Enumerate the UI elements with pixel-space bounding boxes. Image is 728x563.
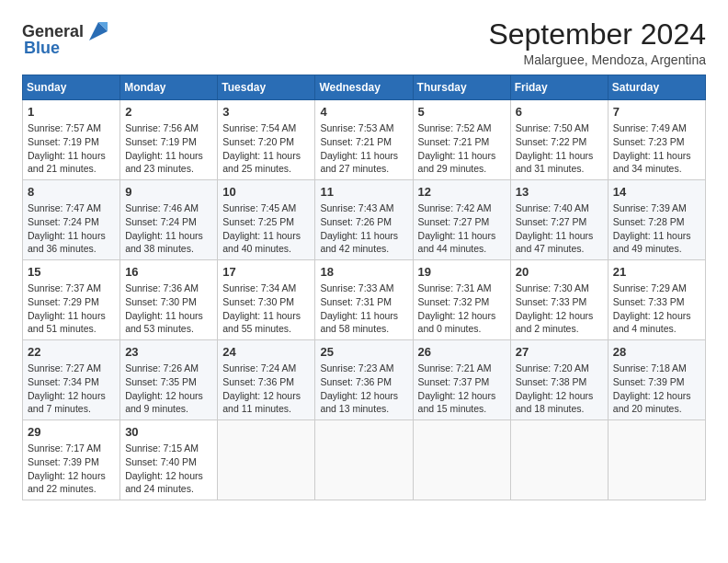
calendar-cell: 30Sunrise: 7:15 AMSunset: 7:40 PMDayligh… [120, 419, 218, 500]
calendar-cell: 29Sunrise: 7:17 AMSunset: 7:39 PMDayligh… [23, 419, 120, 500]
cell-content: Sunrise: 7:49 AMSunset: 7:23 PMDaylight:… [613, 121, 700, 176]
day-number: 9 [125, 184, 212, 201]
day-number: 11 [320, 184, 407, 201]
calendar-cell: 21Sunrise: 7:29 AMSunset: 7:33 PMDayligh… [608, 260, 705, 340]
day-number: 6 [516, 104, 603, 121]
cell-content: Sunrise: 7:26 AMSunset: 7:35 PMDaylight:… [125, 362, 212, 416]
calendar-week-4: 22Sunrise: 7:27 AMSunset: 7:34 PMDayligh… [23, 340, 706, 420]
calendar-table: SundayMondayTuesdayWednesdayThursdayFrid… [22, 75, 706, 500]
calendar-cell: 27Sunrise: 7:20 AMSunset: 7:38 PMDayligh… [510, 340, 608, 420]
day-number: 22 [28, 344, 115, 361]
cell-content: Sunrise: 7:27 AMSunset: 7:34 PMDaylight:… [28, 362, 115, 416]
calendar-cell: 24Sunrise: 7:24 AMSunset: 7:36 PMDayligh… [218, 340, 315, 420]
calendar-cell: 23Sunrise: 7:26 AMSunset: 7:35 PMDayligh… [120, 340, 218, 420]
cell-content: Sunrise: 7:18 AMSunset: 7:39 PMDaylight:… [613, 362, 700, 416]
month-year: September 2024 [488, 18, 706, 51]
cell-content: Sunrise: 7:47 AMSunset: 7:24 PMDaylight:… [28, 201, 115, 256]
cell-content: Sunrise: 7:31 AMSunset: 7:32 PMDaylight:… [418, 282, 506, 336]
weekday-header-tuesday: Tuesday [218, 75, 315, 100]
day-number: 3 [222, 104, 310, 121]
day-number: 30 [125, 424, 212, 441]
day-number: 7 [613, 104, 700, 121]
day-number: 12 [418, 184, 506, 201]
cell-content: Sunrise: 7:52 AMSunset: 7:21 PMDaylight:… [418, 121, 506, 176]
calendar-cell [413, 419, 510, 500]
cell-content: Sunrise: 7:54 AMSunset: 7:20 PMDaylight:… [222, 121, 310, 176]
calendar-cell: 8Sunrise: 7:47 AMSunset: 7:24 PMDaylight… [23, 180, 120, 260]
cell-content: Sunrise: 7:30 AMSunset: 7:33 PMDaylight:… [516, 282, 603, 336]
calendar-week-5: 29Sunrise: 7:17 AMSunset: 7:39 PMDayligh… [23, 419, 706, 500]
location: Malarguee, Mendoza, Argentina [488, 52, 706, 67]
calendar-cell [315, 419, 413, 500]
cell-content: Sunrise: 7:17 AMSunset: 7:39 PMDaylight:… [28, 442, 115, 496]
title-block: September 2024 Malarguee, Mendoza, Argen… [488, 18, 706, 67]
calendar-cell: 13Sunrise: 7:40 AMSunset: 7:27 PMDayligh… [510, 180, 608, 260]
day-number: 21 [613, 264, 700, 281]
day-number: 23 [125, 344, 212, 361]
calendar-cell [510, 419, 608, 500]
day-number: 4 [320, 104, 407, 121]
cell-content: Sunrise: 7:15 AMSunset: 7:40 PMDaylight:… [125, 442, 212, 496]
day-number: 28 [613, 344, 700, 361]
day-number: 29 [28, 424, 115, 441]
day-number: 24 [222, 344, 310, 361]
day-number: 25 [320, 344, 407, 361]
calendar-cell: 22Sunrise: 7:27 AMSunset: 7:34 PMDayligh… [23, 340, 120, 420]
cell-content: Sunrise: 7:23 AMSunset: 7:36 PMDaylight:… [320, 362, 407, 416]
day-number: 16 [125, 264, 212, 281]
calendar-cell: 19Sunrise: 7:31 AMSunset: 7:32 PMDayligh… [413, 260, 510, 340]
cell-content: Sunrise: 7:43 AMSunset: 7:26 PMDaylight:… [320, 201, 407, 256]
calendar-cell: 18Sunrise: 7:33 AMSunset: 7:31 PMDayligh… [315, 260, 413, 340]
day-number: 5 [418, 104, 506, 121]
calendar-header-row: SundayMondayTuesdayWednesdayThursdayFrid… [23, 75, 706, 100]
calendar-cell: 15Sunrise: 7:37 AMSunset: 7:29 PMDayligh… [23, 260, 120, 340]
calendar-cell: 3Sunrise: 7:54 AMSunset: 7:20 PMDaylight… [218, 100, 315, 180]
calendar-cell [218, 419, 315, 500]
day-number: 10 [222, 184, 310, 201]
calendar-cell: 28Sunrise: 7:18 AMSunset: 7:39 PMDayligh… [608, 340, 705, 420]
logo-icon [85, 18, 111, 44]
day-number: 19 [418, 264, 506, 281]
weekday-header-thursday: Thursday [413, 75, 510, 100]
cell-content: Sunrise: 7:57 AMSunset: 7:19 PMDaylight:… [28, 121, 115, 176]
weekday-header-friday: Friday [510, 75, 608, 100]
day-number: 13 [516, 184, 603, 201]
day-number: 14 [613, 184, 700, 201]
day-number: 8 [28, 184, 115, 201]
cell-content: Sunrise: 7:24 AMSunset: 7:36 PMDaylight:… [222, 362, 310, 416]
cell-content: Sunrise: 7:40 AMSunset: 7:27 PMDaylight:… [516, 201, 603, 256]
calendar-cell: 1Sunrise: 7:57 AMSunset: 7:19 PMDaylight… [23, 100, 120, 180]
cell-content: Sunrise: 7:33 AMSunset: 7:31 PMDaylight:… [320, 282, 407, 336]
cell-content: Sunrise: 7:21 AMSunset: 7:37 PMDaylight:… [418, 362, 506, 416]
cell-content: Sunrise: 7:34 AMSunset: 7:30 PMDaylight:… [222, 282, 310, 336]
calendar-cell: 16Sunrise: 7:36 AMSunset: 7:30 PMDayligh… [120, 260, 218, 340]
cell-content: Sunrise: 7:29 AMSunset: 7:33 PMDaylight:… [613, 282, 700, 336]
weekday-header-monday: Monday [120, 75, 218, 100]
cell-content: Sunrise: 7:45 AMSunset: 7:25 PMDaylight:… [222, 201, 310, 256]
calendar-cell: 4Sunrise: 7:53 AMSunset: 7:21 PMDaylight… [315, 100, 413, 180]
calendar-cell: 25Sunrise: 7:23 AMSunset: 7:36 PMDayligh… [315, 340, 413, 420]
calendar-cell: 6Sunrise: 7:50 AMSunset: 7:22 PMDaylight… [510, 100, 608, 180]
calendar-cell: 9Sunrise: 7:46 AMSunset: 7:24 PMDaylight… [120, 180, 218, 260]
calendar-week-3: 15Sunrise: 7:37 AMSunset: 7:29 PMDayligh… [23, 260, 706, 340]
day-number: 18 [320, 264, 407, 281]
cell-content: Sunrise: 7:20 AMSunset: 7:38 PMDaylight:… [516, 362, 603, 416]
page-header: General Blue September 2024 Malarguee, M… [22, 18, 706, 67]
day-number: 1 [28, 104, 115, 121]
cell-content: Sunrise: 7:39 AMSunset: 7:28 PMDaylight:… [613, 201, 700, 256]
cell-content: Sunrise: 7:53 AMSunset: 7:21 PMDaylight:… [320, 121, 407, 176]
calendar-cell: 26Sunrise: 7:21 AMSunset: 7:37 PMDayligh… [413, 340, 510, 420]
calendar-cell: 17Sunrise: 7:34 AMSunset: 7:30 PMDayligh… [218, 260, 315, 340]
calendar-cell: 5Sunrise: 7:52 AMSunset: 7:21 PMDaylight… [413, 100, 510, 180]
calendar-cell: 7Sunrise: 7:49 AMSunset: 7:23 PMDaylight… [608, 100, 705, 180]
calendar-week-1: 1Sunrise: 7:57 AMSunset: 7:19 PMDaylight… [23, 100, 706, 180]
calendar-cell: 12Sunrise: 7:42 AMSunset: 7:27 PMDayligh… [413, 180, 510, 260]
logo-blue: Blue [24, 39, 60, 58]
cell-content: Sunrise: 7:37 AMSunset: 7:29 PMDaylight:… [28, 282, 115, 336]
weekday-header-saturday: Saturday [608, 75, 705, 100]
day-number: 2 [125, 104, 212, 121]
calendar-cell: 14Sunrise: 7:39 AMSunset: 7:28 PMDayligh… [608, 180, 705, 260]
day-number: 20 [516, 264, 603, 281]
calendar-cell: 11Sunrise: 7:43 AMSunset: 7:26 PMDayligh… [315, 180, 413, 260]
day-number: 26 [418, 344, 506, 361]
